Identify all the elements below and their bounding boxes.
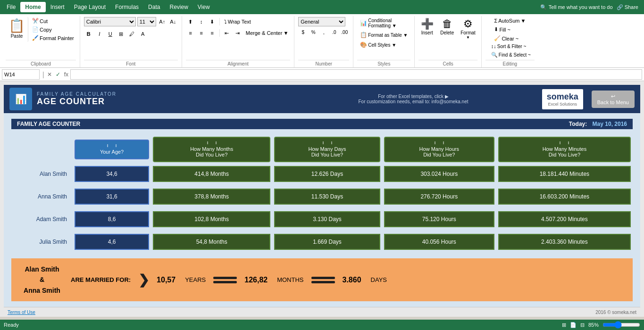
menu-file[interactable]: File [2,2,20,12]
clipboard-label: Clipboard [6,60,76,66]
someka-tagline: Excel Solutions [547,102,578,107]
font-size-select[interactable]: 11 [137,17,156,26]
row-name-0: Alan Smith [11,164,73,184]
table-row: Adam Smith 8,6 102,8 Months 3.130 Days 7… [11,209,633,229]
font-grow-button[interactable]: A↑ [158,17,167,26]
confirm-formula-icon[interactable]: ✓ [56,71,60,78]
marriage-row: Alan Smith & Anna Smith ARE MARRIED FOR:… [11,258,633,301]
cancel-formula-icon[interactable]: ✕ [47,71,52,78]
cells-label: Cells [418,60,477,66]
percent-button[interactable]: % [309,27,318,37]
sort-filter-button[interactable]: ↕↓ Sort & Filter ~ [489,42,533,50]
clear-label: Clear ~ [502,36,519,41]
name-col-header [11,135,73,164]
comma-button[interactable]: , [319,27,328,37]
delete-button[interactable]: 🗑 Delete [438,17,456,36]
menu-insert[interactable]: Insert [46,2,69,12]
row-age-3: 4,6 [73,232,151,252]
font-shrink-button[interactable]: A↓ [168,17,178,26]
format-table-button[interactable]: 📋 Format as Table ▼ [358,31,410,39]
indent-decrease-button[interactable]: ⇤ [222,28,232,38]
months-label: MONTHS [277,276,303,283]
menu-page-layout[interactable]: Page Layout [69,2,110,12]
days-label: DAYS [371,276,387,283]
row-hours-3: 40.056 Hours [382,232,496,252]
align-middle-button[interactable]: ↕ [197,17,206,26]
align-top-button[interactable]: ⬆ [186,17,195,26]
autosum-button[interactable]: Σ AutoSum ▼ [492,17,527,25]
app-titles: FAMILY AGE CALCULATOR AGE COUNTER [37,91,284,107]
cut-icon: ✂️ [32,18,39,24]
decimal-increase-button[interactable]: .0 [329,27,339,37]
search-bar: 🔍 Tell me what you want to do [540,4,613,10]
font-name-select[interactable]: Calibri [84,17,136,26]
styles-group: 📊 Conditional Formatting ▼ 📋 Format as T… [353,16,415,67]
cells-group: ➕ Insert 🗑 Delete ⚙ Format ▼ Cells [415,16,482,67]
align-left-button[interactable]: ≡ [186,28,195,38]
fill-button[interactable]: ⬇ Fill ~ [492,25,512,33]
delete-label: Delete [440,30,454,35]
formula-bar-divider: | [42,71,44,78]
align-right-button[interactable]: ≡ [208,28,217,38]
find-select-button[interactable]: 🔍 Find & Select ~ [489,51,533,59]
row-days-1: 11.530 Days [272,187,382,206]
marriage-person2: Anna Smith [21,285,63,296]
conditional-formatting-button[interactable]: 📊 Conditional Formatting ▼ [358,17,398,29]
eq-sign-2 [311,277,335,283]
font-color-button[interactable]: A [138,29,148,39]
back-to-menu-button[interactable]: ↩ Back to Menu [592,91,635,108]
row-months-0: 414,8 Months [151,164,272,184]
align-center-button[interactable]: ≡ [197,28,206,38]
format-dropdown-icon: ▼ [466,35,470,40]
insert-button[interactable]: ➕ Insert [418,17,435,36]
ribbon: 📋 Paste ✂️ Cut 📄 Copy 🖌️ [0,14,644,68]
share-button[interactable]: 🔗 Share [617,4,638,10]
border-button[interactable]: ⊞ [117,29,126,39]
menu-view[interactable]: View [193,2,215,12]
highlight-button[interactable]: 🖊 [127,29,137,39]
age-table: Your Age? How Many MonthsDid You Live? H… [11,135,633,255]
underline-button[interactable]: U [106,29,115,39]
years-label: YEARS [185,276,206,283]
clear-button[interactable]: 🧹 Clear ~ [492,34,520,42]
paste-button[interactable]: 📋 Paste [6,17,28,42]
insert-function-icon[interactable]: fx [64,71,68,78]
row-days-0: 12.626 Days [272,164,382,184]
menu-data[interactable]: Data [143,2,165,12]
cell-styles-button[interactable]: 🎨 Cell Styles ▼ [358,41,398,49]
menu-formulas[interactable]: Formulas [110,2,143,12]
indent-increase-button[interactable]: ⇥ [233,28,243,38]
terms-link[interactable]: Terms of Use [8,310,35,315]
find-icon: 🔍 [491,52,498,58]
number-format-select[interactable]: General [298,17,345,26]
italic-button[interactable]: I [95,29,104,39]
merge-center-button[interactable]: Merge & Center ▼ [244,29,291,37]
decimal-decrease-button[interactable]: .00 [340,27,349,37]
row-minutes-0: 18.181.440 Minutes [496,164,633,184]
bold-button[interactable]: B [84,29,93,39]
name-box[interactable] [2,69,40,80]
cut-button[interactable]: ✂️ Cut [30,17,76,25]
your-age-col-header: Your Age? [73,135,151,164]
row-age-2: 8,6 [73,209,151,229]
menu-home[interactable]: Home [20,2,45,12]
menu-review[interactable]: Review [165,2,192,12]
someka-logo: someka Excel Solutions [542,89,583,109]
merge-label: Merge & Center [246,30,283,36]
wrap-text-label: Wrap Text [228,19,251,25]
format-label: Format [460,30,476,35]
sort-label: Sort & Filter ~ [497,44,526,49]
format-painter-icon: 🖌️ [32,35,39,41]
section-header: FAMILY AGE COUNTER Today: May 10, 2016 [11,119,633,129]
format-button[interactable]: ⚙ Format ▼ [459,17,477,41]
wrap-text-button[interactable]: ⤵ Wrap Text [222,18,253,25]
currency-button[interactable]: $ [298,27,308,37]
copyright: 2016 © someka.net [595,310,636,315]
copy-button[interactable]: 📄 Copy [30,25,76,33]
align-bottom-button[interactable]: ⬇ [208,17,217,26]
insert-icon: ➕ [421,18,434,30]
app-logo: 📊 [9,88,32,110]
formula-input[interactable] [70,69,642,80]
format-painter-button[interactable]: 🖌️ Format Painter [30,34,76,42]
clear-icon: 🧹 [494,35,501,41]
